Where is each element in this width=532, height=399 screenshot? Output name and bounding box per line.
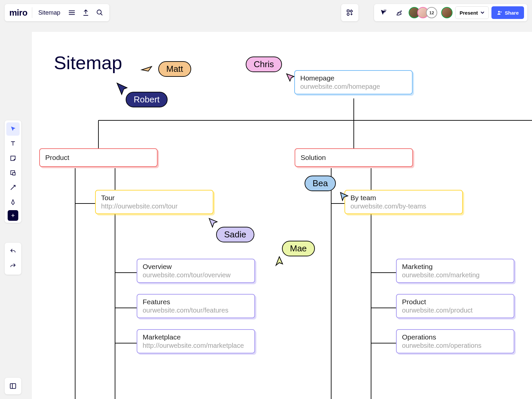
left-toolbar bbox=[5, 120, 21, 223]
node-url: ourwebsite.com/marketing bbox=[402, 271, 508, 279]
cursor-icon bbox=[140, 65, 152, 75]
sticky-note-tool[interactable] bbox=[6, 152, 20, 165]
node-url: ourwebsite.com/tour/overview bbox=[143, 271, 249, 279]
present-button[interactable]: Present bbox=[455, 6, 489, 19]
node-title: Marketplace bbox=[143, 333, 249, 341]
collaborator-avatars[interactable]: 12 bbox=[409, 7, 437, 18]
share-label: Share bbox=[505, 10, 519, 16]
svg-rect-1 bbox=[347, 10, 349, 12]
shape-tool[interactable] bbox=[6, 166, 20, 180]
node-homepage[interactable]: Homepage ourwebsite.com/homepage bbox=[294, 70, 413, 94]
cursor-icon bbox=[116, 82, 128, 96]
panels-button[interactable] bbox=[5, 378, 21, 394]
add-tool[interactable] bbox=[8, 210, 18, 221]
cursor-tag-bea: Bea bbox=[305, 176, 336, 191]
node-product[interactable]: Product bbox=[39, 148, 158, 167]
node-url: ourwebsite.com/homepage bbox=[300, 83, 407, 90]
node-title: Tour bbox=[101, 194, 207, 202]
node-solution[interactable]: Solution bbox=[295, 148, 413, 167]
text-tool[interactable] bbox=[6, 137, 20, 150]
svg-point-3 bbox=[498, 11, 500, 13]
chevron-down-icon bbox=[480, 11, 484, 15]
node-url: http://ourwebsite.com/tour bbox=[101, 202, 207, 210]
menu-icon[interactable] bbox=[65, 6, 79, 20]
cursor-icon bbox=[275, 255, 284, 267]
node-product-page[interactable]: Product ourwebsite.com/product bbox=[396, 294, 514, 318]
search-icon[interactable] bbox=[93, 6, 107, 20]
apps-button[interactable] bbox=[341, 4, 358, 21]
cursor-icon bbox=[285, 72, 295, 82]
cursor-tag-robert: Robert bbox=[126, 92, 168, 107]
avatar-self[interactable] bbox=[441, 7, 453, 18]
node-overview[interactable]: Overview ourwebsite.com/tour/overview bbox=[137, 259, 255, 283]
node-marketing[interactable]: Marketing ourwebsite.com/marketing bbox=[396, 259, 514, 283]
canvas[interactable]: Sitemap Homepage ourwebsite.com/homepage… bbox=[32, 32, 532, 399]
select-tool[interactable] bbox=[6, 122, 20, 136]
board-name[interactable]: Sitemap bbox=[34, 9, 65, 16]
node-url: ourwebsite.com/tour/features bbox=[143, 307, 249, 314]
node-title: Solution bbox=[301, 154, 407, 162]
share-button[interactable]: Share bbox=[491, 6, 524, 19]
redo-button[interactable] bbox=[6, 259, 20, 273]
undo-button[interactable] bbox=[6, 245, 20, 258]
divider bbox=[32, 7, 32, 18]
node-url: ourwebsite.com/operations bbox=[402, 342, 508, 349]
cursor-icon bbox=[208, 217, 218, 228]
node-byteam[interactable]: By team ourwebsite.com/by-teams bbox=[344, 190, 463, 214]
reactions-icon[interactable] bbox=[393, 6, 406, 19]
pen-tool[interactable] bbox=[6, 196, 20, 209]
export-icon[interactable] bbox=[79, 6, 93, 20]
node-url: ourwebsite.com/product bbox=[402, 307, 508, 314]
connector-tool[interactable] bbox=[6, 181, 20, 194]
node-title: Features bbox=[143, 298, 249, 306]
node-features[interactable]: Features ourwebsite.com/tour/features bbox=[137, 294, 255, 318]
app-logo[interactable]: miro bbox=[9, 8, 27, 18]
node-url: ourwebsite.com/by-teams bbox=[350, 202, 457, 210]
cursor-tag-sadie: Sadie bbox=[216, 227, 254, 242]
avatar-overflow-count[interactable]: 12 bbox=[426, 7, 437, 18]
node-title: Product bbox=[45, 154, 152, 162]
node-marketplace[interactable]: Marketplace http://ourwebsite.com/market… bbox=[137, 329, 255, 353]
present-label: Present bbox=[460, 10, 478, 16]
node-operations[interactable]: Operations ourwebsite.com/operations bbox=[396, 329, 514, 353]
topbar-right: 12 Present Share bbox=[374, 4, 527, 21]
node-title: Homepage bbox=[300, 74, 407, 82]
node-title: Product bbox=[402, 298, 508, 306]
node-title: Operations bbox=[402, 333, 508, 341]
cursor-mode-icon[interactable] bbox=[377, 6, 390, 19]
cursor-tag-matt: Matt bbox=[158, 61, 191, 77]
cursor-tag-mae: Mae bbox=[282, 241, 315, 256]
cursor-tag-chris: Chris bbox=[246, 57, 282, 72]
svg-point-2 bbox=[347, 13, 349, 15]
svg-rect-5 bbox=[10, 384, 16, 389]
node-title: By team bbox=[350, 194, 457, 202]
node-tour[interactable]: Tour http://ourwebsite.com/tour bbox=[95, 190, 213, 214]
node-url: http://ourwebsite.com/marketplace bbox=[143, 342, 249, 349]
user-add-icon bbox=[497, 10, 502, 15]
undo-redo-toolbar bbox=[5, 243, 21, 275]
node-title: Overview bbox=[143, 263, 249, 271]
cursor-icon bbox=[339, 191, 349, 201]
node-title: Marketing bbox=[402, 263, 508, 271]
topbar-left: miro Sitemap bbox=[5, 4, 109, 21]
